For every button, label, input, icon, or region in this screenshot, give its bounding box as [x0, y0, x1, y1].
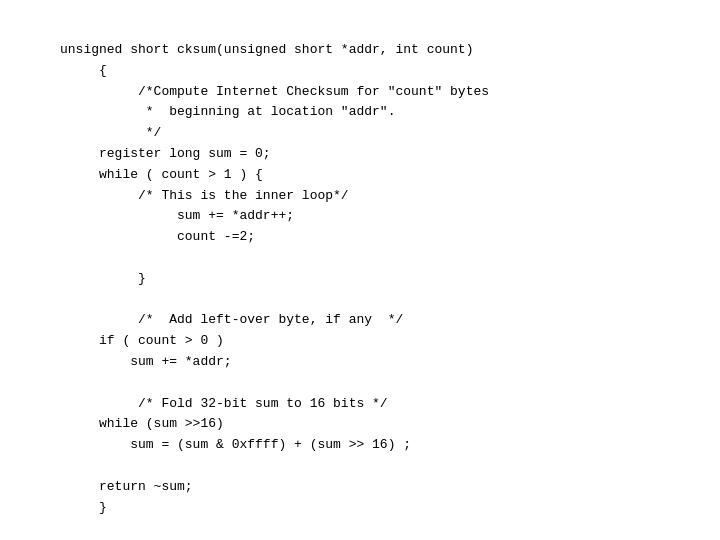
- code-block: unsigned short cksum(unsigned short *add…: [60, 40, 660, 518]
- page-container: unsigned short cksum(unsigned short *add…: [0, 0, 720, 540]
- code-area: unsigned short cksum(unsigned short *add…: [0, 0, 720, 538]
